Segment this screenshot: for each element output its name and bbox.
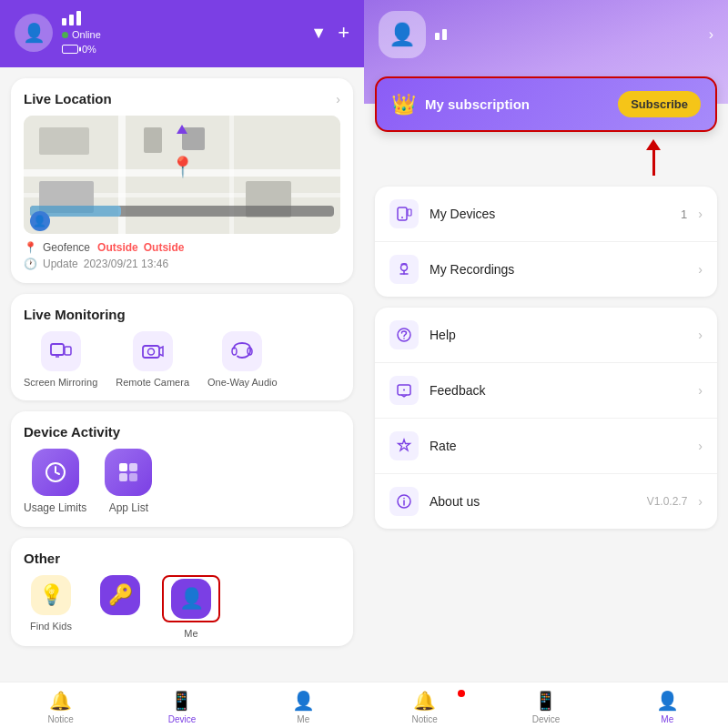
- nav-device-left[interactable]: 📱 Device: [121, 690, 242, 724]
- me-label-left: Me: [297, 714, 309, 724]
- live-location-chevron[interactable]: ›: [336, 92, 340, 106]
- my-devices-label: My Devices: [430, 207, 670, 221]
- my-recordings-icon: [389, 255, 419, 284]
- nav-device-right[interactable]: 📱 Device: [485, 690, 606, 724]
- help-item[interactable]: Help ›: [375, 308, 717, 363]
- one-way-audio-item[interactable]: One-Way Audio: [207, 331, 278, 388]
- feedback-label: Feedback: [430, 383, 687, 398]
- right-panel: 👤 › 👑 My subscription Subscribe M: [364, 0, 728, 728]
- bar2: [69, 15, 74, 25]
- my-recordings-item[interactable]: My Recordings ›: [375, 242, 717, 297]
- about-us-icon: [389, 487, 419, 516]
- update-label: Update: [43, 258, 78, 270]
- right-avatar: 👤: [379, 11, 426, 58]
- bottom-nav-left: 🔔 Notice 📱 Device 👤 Me: [0, 682, 364, 728]
- online-dot: [62, 32, 68, 38]
- crown-icon: 👑: [391, 93, 416, 116]
- online-status: Online: [62, 29, 101, 40]
- svg-point-17: [403, 338, 405, 339]
- live-monitoring-header: Live Monitoring: [24, 307, 340, 322]
- svg-rect-0: [51, 344, 64, 355]
- right-header-bars: [435, 29, 447, 40]
- header-status: Online 0%: [62, 11, 101, 55]
- live-location-card: Live Location ›: [11, 78, 353, 283]
- my-recordings-chevron: ›: [698, 262, 703, 277]
- one-way-audio-label: One-Way Audio: [207, 377, 278, 388]
- rate-label: Rate: [430, 439, 687, 453]
- battery-info: 0%: [62, 44, 101, 55]
- svg-point-13: [401, 217, 403, 218]
- me-item-other[interactable]: 👤 Me: [162, 575, 220, 639]
- rate-chevron: ›: [698, 439, 703, 453]
- device-icon-left: 📱: [170, 690, 193, 712]
- subscription-card: 👑 My subscription Subscribe: [375, 76, 717, 132]
- nav-me-left[interactable]: 👤 Me: [243, 690, 364, 724]
- nav-me-right[interactable]: 👤 Me: [607, 690, 728, 724]
- about-us-item[interactable]: About us V1.0.2.7 ›: [375, 474, 717, 529]
- subscribe-button[interactable]: Subscribe: [618, 91, 701, 117]
- about-us-label: About us: [430, 494, 636, 509]
- map-bg: 📍 👤: [24, 116, 340, 234]
- signal-bars: [62, 11, 101, 25]
- my-devices-item[interactable]: My Devices 1 ›: [375, 187, 717, 242]
- svg-point-22: [403, 498, 405, 500]
- app-list-label: App List: [109, 501, 148, 514]
- dropdown-icon[interactable]: ▼: [310, 24, 327, 43]
- road-v2: [229, 116, 234, 234]
- device-label-left: Device: [168, 714, 197, 724]
- right-header-chevron[interactable]: ›: [709, 26, 713, 43]
- screen-mirroring-item[interactable]: Screen Mirroring: [24, 331, 97, 388]
- notice-label-left: Notice: [47, 714, 73, 724]
- me-label: Me: [184, 628, 197, 639]
- svg-rect-1: [65, 347, 71, 355]
- me-label-right: Me: [661, 714, 673, 724]
- building1: [39, 127, 89, 155]
- version-text: V1.0.2.7: [647, 495, 688, 508]
- nav-notice-left[interactable]: 🔔 Notice: [0, 690, 121, 724]
- building2: [144, 127, 162, 153]
- live-location-header: Live Location ›: [24, 91, 340, 106]
- add-icon[interactable]: +: [338, 21, 349, 45]
- svg-point-15: [401, 265, 408, 271]
- rate-item[interactable]: Rate ›: [375, 419, 717, 474]
- notice-badge: [458, 690, 465, 697]
- svg-rect-14: [408, 209, 411, 216]
- update-time: 2023/09/21 13:46: [84, 258, 168, 270]
- remote-camera-label: Remote Camera: [116, 377, 189, 388]
- geofence-label: Geofence: [43, 241, 90, 254]
- device-icon-right: 📱: [534, 690, 557, 712]
- key-icon: 🔑: [100, 575, 140, 615]
- live-monitoring-title: Live Monitoring: [24, 307, 126, 322]
- my-recordings-label: My Recordings: [430, 262, 687, 277]
- svg-rect-11: [129, 473, 137, 481]
- device-activity-header: Device Activity: [24, 424, 340, 440]
- map-progress-bar: [30, 206, 334, 217]
- clock-icon: 🕐: [24, 258, 37, 270]
- live-location-title: Live Location: [24, 91, 112, 106]
- rate-icon: [389, 431, 419, 460]
- feedback-chevron: ›: [698, 383, 703, 398]
- left-content: Live Location ›: [0, 67, 364, 682]
- map-direction-triangle: [177, 125, 187, 134]
- key-item[interactable]: 🔑: [93, 575, 147, 639]
- device-activity-title: Device Activity: [24, 424, 120, 440]
- remote-camera-item[interactable]: Remote Camera: [116, 331, 189, 388]
- usage-limits-item[interactable]: Usage Limits: [24, 449, 86, 514]
- nav-notice-right[interactable]: 🔔 Notice: [364, 690, 485, 724]
- find-kids-item[interactable]: 💡 Find Kids: [24, 575, 78, 639]
- bar1: [62, 18, 66, 25]
- left-header: 👤 Online 0% ▼ +: [0, 0, 364, 67]
- menu-group-2: Help › Feedback › Rate ›: [375, 308, 717, 529]
- device-activity-card: Device Activity Usage Limits: [11, 411, 353, 527]
- app-list-item[interactable]: App List: [105, 449, 152, 514]
- svg-rect-10: [119, 473, 127, 481]
- up-arrow-head: [646, 139, 661, 150]
- live-monitoring-card: Live Monitoring Screen Mirroring: [11, 294, 353, 400]
- right-bar1: [435, 33, 440, 40]
- map-pin: 📍: [170, 156, 195, 179]
- feedback-item[interactable]: Feedback ›: [375, 363, 717, 419]
- my-devices-chevron: ›: [698, 207, 703, 221]
- screen-mirroring-icon: [41, 331, 81, 371]
- me-icon-right: 👤: [656, 690, 679, 712]
- other-header: Other: [24, 551, 340, 566]
